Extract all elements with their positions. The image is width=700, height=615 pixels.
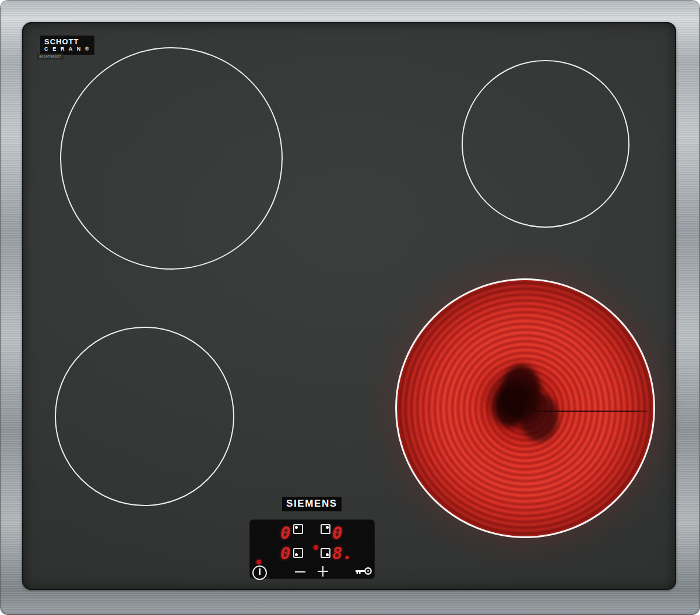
burner-rear-left — [60, 47, 283, 270]
schott-label-line2: C E R A N ® — [44, 47, 90, 52]
part-number-label: 9000788827 — [37, 54, 64, 59]
burner-position-icon-rear-right — [321, 524, 330, 534]
display-front-right: 8. — [332, 545, 353, 562]
position-dot — [326, 553, 329, 556]
burner-core-swirl — [494, 388, 525, 426]
decrease-heat-button[interactable]: − — [291, 566, 309, 578]
schott-label-line1: SCHOTT — [44, 38, 90, 46]
touch-control-panel: 0 0 0 8. — [250, 520, 374, 578]
burner-position-icon-front-left — [293, 548, 303, 558]
power-icon — [259, 568, 261, 575]
position-dot — [295, 526, 298, 529]
brand-logo: SIEMENS — [282, 497, 342, 511]
key-icon — [355, 566, 372, 577]
ceramic-glass-surface: SCHOTT C E R A N ® 9000788827 SIEMENS 0 — [22, 22, 676, 590]
burner-front-left — [55, 327, 234, 506]
active-burner-indicator-dot — [314, 545, 318, 550]
plus-icon — [318, 566, 328, 577]
cooktop: SCHOTT C E R A N ® 9000788827 SIEMENS 0 — [0, 0, 700, 615]
increase-heat-button[interactable]: + — [314, 563, 332, 580]
burner-rear-right — [462, 60, 629, 228]
position-dot — [295, 553, 298, 556]
burner-front-right-active — [395, 278, 655, 538]
schott-ceran-label: SCHOTT C E R A N ® — [40, 36, 94, 55]
power-indicator-dot — [256, 560, 261, 564]
display-rear-left: 0 — [280, 525, 290, 542]
position-dot — [326, 526, 329, 529]
burner-position-icon-rear-left — [293, 524, 303, 534]
child-lock-button[interactable] — [355, 566, 372, 577]
minus-icon — [295, 571, 305, 573]
display-front-left: 0 — [280, 545, 290, 562]
power-button[interactable] — [252, 565, 267, 580]
display-rear-right: 0 — [332, 525, 342, 542]
burner-temperature-sensor — [524, 411, 648, 412]
burner-core-swirl — [520, 393, 558, 442]
burner-position-icon-front-right — [321, 548, 330, 558]
